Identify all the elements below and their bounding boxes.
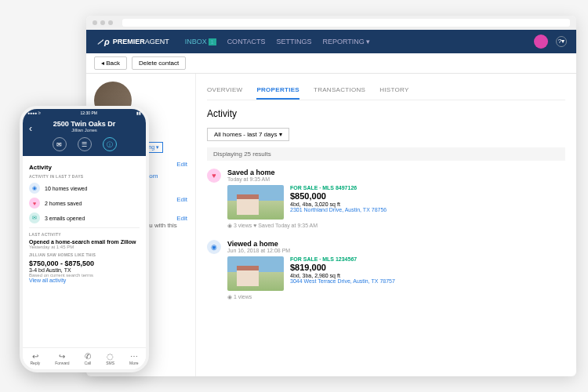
call-button[interactable]: ✆Call: [85, 352, 92, 365]
forward-button[interactable]: ↪Forward: [55, 352, 69, 365]
help-icon[interactable]: ?▾: [556, 36, 567, 47]
activity-heading: Activity: [207, 108, 565, 119]
sms-icon[interactable]: ☰: [78, 137, 92, 151]
tab-transactions[interactable]: TRANSACTIONS: [314, 82, 365, 100]
activity-item: ♥ Saved a home Today at 9:35 AM FOR SALE…: [207, 169, 565, 229]
nav-inbox[interactable]: INBOX1: [185, 38, 216, 45]
logo[interactable]: ⟋ρPREMIERAGENT: [96, 37, 169, 46]
heart-icon: ♥: [29, 198, 40, 209]
top-nav: ⟋ρPREMIERAGENT INBOX1 CONTACTS SETTINGS …: [86, 30, 576, 53]
results-count: Displaying 25 results: [207, 147, 565, 161]
info-icon[interactable]: ⓘ: [103, 137, 117, 151]
reply-button[interactable]: ↩Reply: [30, 352, 40, 365]
property-thumb[interactable]: [227, 185, 284, 220]
browser-window: ⟋ρPREMIERAGENT INBOX1 CONTACTS SETTINGS …: [86, 16, 576, 376]
nav-reporting[interactable]: REPORTING ▾: [322, 38, 370, 45]
eye-icon: ◉: [207, 240, 221, 254]
delete-contact-button[interactable]: Delete contact: [132, 56, 186, 70]
phone-statusbar: ●●●● ⚞12:30 PM▮▮: [23, 109, 146, 117]
phone-title: 2500 Twin Oaks Dr: [29, 120, 140, 128]
nav-contacts[interactable]: CONTACTS: [227, 38, 266, 45]
address-link[interactable]: 3044 West Terrace Drive, Austin, TX 7875…: [290, 278, 395, 284]
address-link[interactable]: 2301 Northland Drive, Austin, TX 78756: [290, 207, 387, 212]
view-all-link[interactable]: View all activity: [29, 278, 140, 283]
email-icon[interactable]: ✉: [53, 137, 67, 151]
eye-icon: ◉: [29, 183, 40, 194]
main-panel: OVERVIEW PROPERTIES TRANSACTIONS HISTORY…: [196, 74, 576, 376]
browser-chrome: [86, 16, 576, 30]
property-thumb[interactable]: [227, 256, 284, 291]
more-button[interactable]: ⋯More: [129, 352, 138, 365]
sms-button[interactable]: ◌SMS: [106, 352, 114, 365]
tab-properties[interactable]: PROPERTIES: [256, 82, 299, 100]
heart-icon: ♥: [207, 169, 221, 183]
edit-phone[interactable]: Edit: [176, 161, 187, 168]
mail-icon: ✉: [29, 212, 40, 223]
activity-filter[interactable]: All homes - last 7 days ▾: [207, 128, 289, 141]
activity-item: ◉ Viewed a home Jun 16, 2018 at 12:08 PM…: [207, 240, 565, 300]
tab-overview[interactable]: OVERVIEW: [207, 82, 242, 100]
tab-history[interactable]: HISTORY: [379, 82, 408, 100]
toolbar: ◂ Back Delete contact: [86, 53, 576, 74]
user-avatar[interactable]: [534, 34, 548, 49]
edit-date[interactable]: Edit: [176, 215, 187, 222]
edit-timeline[interactable]: Edit: [176, 196, 187, 203]
phone-toolbar: ↩Reply ↪Forward ✆Call ◌SMS ⋯More: [23, 347, 146, 369]
nav-settings[interactable]: SETTINGS: [276, 38, 311, 45]
back-button[interactable]: ◂ Back: [94, 56, 127, 70]
phone-mockup: ●●●● ⚞12:30 PM▮▮ ‹ 2500 Twin Oaks Dr Jil…: [20, 106, 149, 372]
